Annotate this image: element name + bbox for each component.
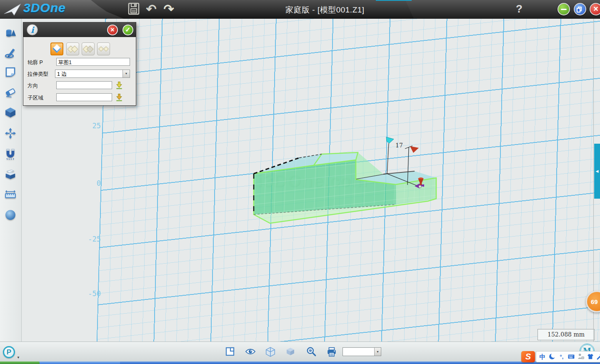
ime-pill: 中 °,: [536, 351, 600, 362]
tool-magnet[interactable]: [4, 147, 18, 161]
profile-label: 轮廓 P: [28, 59, 43, 66]
dropdown-arrow-icon: ▼: [122, 70, 130, 77]
subregion-pick-button[interactable]: [115, 93, 123, 102]
ime-toolbar: S 中 °,: [521, 351, 600, 362]
close-icon: ×: [590, 4, 600, 14]
wrench-icon: [597, 353, 600, 360]
axis-label-neg50: -50: [76, 289, 101, 298]
profile-field[interactable]: 草图1: [56, 58, 130, 66]
diamond-icon: [52, 44, 61, 53]
magnet-icon: [4, 147, 17, 160]
tool-move[interactable]: [4, 127, 18, 140]
direction-label: 方向: [28, 82, 38, 90]
p-caret-icon[interactable]: ▼: [17, 356, 20, 359]
restore-button[interactable]: [574, 3, 586, 15]
help-button[interactable]: ?: [514, 2, 525, 15]
ime-fullhalf-button[interactable]: [548, 353, 556, 361]
ok-check-icon: ✓: [125, 26, 130, 33]
primitives-icon: [4, 27, 17, 39]
eraser-icon: [4, 86, 17, 98]
ime-skin-button[interactable]: [587, 353, 594, 361]
diamond-icon: [98, 46, 104, 52]
save-button[interactable]: [128, 2, 140, 16]
tool-features[interactable]: [4, 106, 18, 120]
ime-punctuation-button[interactable]: °,: [558, 353, 565, 361]
dialog-ok-button[interactable]: ✓: [122, 25, 133, 35]
left-toolbar: [0, 19, 22, 342]
tool-combine[interactable]: [4, 168, 18, 181]
bottom-toolbar: P ▼: [0, 342, 600, 362]
shaded-view-button[interactable]: [285, 347, 296, 357]
extrude-mode-intersect-button[interactable]: [97, 42, 110, 55]
printer-icon: [326, 347, 337, 357]
print-button[interactable]: [326, 347, 337, 357]
tool-primitives[interactable]: [4, 27, 18, 40]
titlebar-accent-line: [376, 0, 412, 1]
person-dictionary-icon: [578, 353, 584, 360]
measurement-readout: 152.088 mm: [538, 329, 595, 340]
zoom-magnifier-icon: [306, 347, 317, 357]
undo-icon: ↶: [146, 2, 156, 16]
moon-icon: [549, 353, 555, 360]
taskbar-task-segment[interactable]: [40, 362, 120, 364]
direction-pick-button[interactable]: [115, 81, 123, 90]
ruler-icon: [4, 188, 17, 200]
close-window-button[interactable]: ×: [590, 3, 600, 15]
extrude-type-select[interactable]: 1 边 ▼: [55, 70, 130, 78]
subregion-label: 子区域: [28, 95, 43, 102]
ime-softkeyboard-button[interactable]: [568, 353, 575, 361]
wireframe-view-button[interactable]: [265, 347, 276, 357]
cube-icon: [4, 106, 17, 119]
paper-plane-logo-icon: [3, 2, 22, 17]
extrude-mode-base-button[interactable]: [50, 42, 63, 55]
info-icon[interactable]: i: [27, 24, 38, 35]
redo-button[interactable]: ↷: [162, 2, 175, 16]
taskbar-start-segment[interactable]: [0, 362, 40, 364]
tool-eraser[interactable]: [4, 86, 18, 99]
undo-button[interactable]: ↶: [145, 2, 158, 16]
ime-language-button[interactable]: 中: [539, 353, 546, 361]
collapse-arrow-icon: ◀: [596, 169, 599, 173]
extrude-mode-remove-button[interactable]: [82, 42, 95, 55]
axis-label-neg25: -25: [76, 235, 101, 243]
direction-field[interactable]: [56, 81, 112, 89]
viewport-layout-button[interactable]: [225, 347, 236, 357]
zoom-view-button[interactable]: [306, 347, 317, 357]
ime-settings-button[interactable]: [596, 353, 600, 361]
visibility-button[interactable]: [245, 347, 256, 357]
dialog-cancel-button[interactable]: ×: [107, 25, 118, 35]
panel-collapse-tab[interactable]: ◀: [594, 144, 600, 199]
subregion-field[interactable]: [56, 93, 112, 101]
axis-label-25: 25: [76, 122, 101, 130]
redo-icon: ↷: [163, 2, 174, 16]
pick-arrow-icon: [115, 93, 123, 102]
titlebar-wedge-right: [400, 0, 600, 19]
dropdown-arrow-icon: ▼: [374, 348, 381, 356]
tool-material[interactable]: [4, 209, 18, 222]
view-scale-combobox[interactable]: ▼: [342, 347, 381, 356]
diamond-icon: [103, 46, 109, 52]
shirt-icon: [587, 353, 594, 360]
pick-arrow-icon: [115, 81, 123, 90]
tool-measure[interactable]: [4, 188, 18, 201]
restore-icon-front: [577, 8, 580, 12]
layout-icon: [225, 347, 235, 357]
extrude-type-label: 拉伸类型: [28, 71, 48, 78]
extrude-type-value: 1 边: [57, 71, 67, 77]
ime-logo-button[interactable]: S: [521, 351, 535, 362]
extrude-mode-add-button[interactable]: [66, 42, 79, 55]
ime-dict-button[interactable]: [577, 353, 585, 361]
sketch-pen-icon: [4, 46, 17, 59]
extrude-dialog: i × ✓ 轮廓 P 草图1 拉伸类型 1 边 ▼ 方向 子区域: [23, 22, 136, 106]
dialog-header[interactable]: i × ✓: [23, 22, 136, 37]
sketch-grid: [95, 19, 600, 342]
taskbar-sliver[interactable]: [0, 362, 600, 364]
sketch-plane-icon: [4, 66, 17, 78]
property-p-button[interactable]: P: [3, 346, 15, 358]
tool-sketch-plane[interactable]: [4, 66, 18, 79]
minimize-button[interactable]: [558, 3, 570, 15]
tool-sketch[interactable]: [4, 46, 18, 60]
eye-icon: [245, 347, 256, 357]
keyboard-icon: [568, 353, 575, 360]
save-icon: [128, 2, 140, 15]
